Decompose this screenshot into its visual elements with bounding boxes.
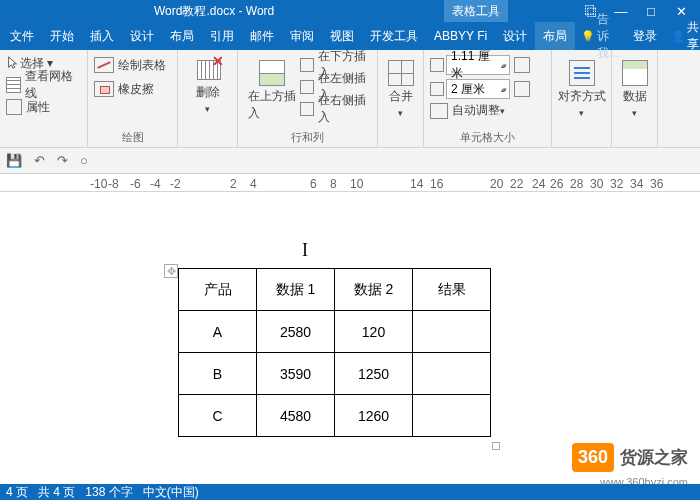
tab-file[interactable]: 文件 xyxy=(2,22,42,50)
alignment-icon xyxy=(569,60,595,86)
maximize-icon[interactable]: □ xyxy=(636,4,666,19)
text-cursor xyxy=(302,240,303,258)
ruler-mark: 2 xyxy=(230,177,237,191)
group-selection: 选择 ▾ 查看网格线 属性 xyxy=(0,50,88,147)
row-height-icon xyxy=(430,58,444,72)
tab-view[interactable]: 视图 xyxy=(322,22,362,50)
ruler-mark: -8 xyxy=(108,177,119,191)
table-cell[interactable]: 1260 xyxy=(335,395,413,437)
qat-more-icon[interactable]: ○ xyxy=(80,153,88,168)
table-cell[interactable] xyxy=(413,311,491,353)
table-cell[interactable]: C xyxy=(179,395,257,437)
ruler-mark: 8 xyxy=(330,177,337,191)
tab-design[interactable]: 设计 xyxy=(122,22,162,50)
chevron-down-icon xyxy=(579,105,584,119)
ribbon: 选择 ▾ 查看网格线 属性 绘制表格 橡皮擦 绘图 删除 在上方插入 在下方插入… xyxy=(0,50,700,148)
watermark-text: 货源之家 xyxy=(620,446,688,469)
col-width-icon xyxy=(430,82,444,96)
table-cell[interactable] xyxy=(413,395,491,437)
insert-left-icon xyxy=(300,80,314,94)
tab-table-design[interactable]: 设计 xyxy=(495,22,535,50)
ruler-mark: 22 xyxy=(510,177,523,191)
draw-table-button[interactable]: 绘制表格 xyxy=(94,54,171,76)
horizontal-ruler[interactable]: -10-8-6-4-22468101416202224262830323436 xyxy=(0,174,700,192)
close-icon[interactable]: ✕ xyxy=(666,4,696,19)
insert-right-button[interactable]: 在右侧插入 xyxy=(300,98,371,120)
view-gridlines-button[interactable]: 查看网格线 xyxy=(6,74,81,96)
insert-below-icon xyxy=(300,58,314,72)
tab-abbyy[interactable]: ABBYY Fi xyxy=(426,22,495,50)
status-total-pages[interactable]: 共 4 页 xyxy=(38,484,75,501)
ruler-mark: -2 xyxy=(170,177,181,191)
table-cell[interactable]: 2580 xyxy=(257,311,335,353)
table-cell[interactable]: 120 xyxy=(335,311,413,353)
table-cell[interactable]: 3590 xyxy=(257,353,335,395)
table-resize-handle[interactable] xyxy=(492,442,500,450)
tab-table-layout[interactable]: 布局 xyxy=(535,22,575,50)
distribute-cols-icon[interactable] xyxy=(514,81,530,97)
table-row: A 2580 120 xyxy=(179,311,491,353)
menu-bar: 文件 开始 插入 设计 布局 引用 邮件 审阅 视图 开发工具 ABBYY Fi… xyxy=(0,22,700,50)
autofit-button[interactable]: 自动调整 xyxy=(430,102,545,119)
group-label-cell-size: 单元格大小 xyxy=(424,130,551,145)
tab-references[interactable]: 引用 xyxy=(202,22,242,50)
merge-icon xyxy=(388,60,414,86)
save-icon[interactable]: 💾 xyxy=(6,153,22,168)
ruler-mark: 32 xyxy=(610,177,623,191)
data-button[interactable]: 数据 xyxy=(611,52,659,119)
table-header-cell[interactable]: 数据 2 xyxy=(335,269,413,311)
group-draw: 绘制表格 橡皮擦 绘图 xyxy=(88,50,178,147)
tab-developer[interactable]: 开发工具 xyxy=(362,22,426,50)
insert-above-button[interactable]: 在上方插入 xyxy=(248,56,296,122)
delete-button[interactable]: 删除 xyxy=(184,52,232,115)
insert-above-icon xyxy=(259,60,285,86)
document-area[interactable]: ✥ 产品 数据 1 数据 2 结果 A 2580 120 B 3590 1250 xyxy=(0,192,700,500)
chevron-down-icon xyxy=(632,105,637,119)
tab-mailings[interactable]: 邮件 xyxy=(242,22,282,50)
group-merge: 合并 xyxy=(378,50,424,147)
table-cell[interactable] xyxy=(413,353,491,395)
table-cell[interactable]: 1250 xyxy=(335,353,413,395)
row-height-input[interactable]: 1.11 厘米 xyxy=(446,55,510,75)
table-row: B 3590 1250 xyxy=(179,353,491,395)
tab-layout[interactable]: 布局 xyxy=(162,22,202,50)
data-icon xyxy=(622,60,648,86)
group-alignment: 对齐方式 xyxy=(552,50,612,147)
watermark-badge: 360 xyxy=(572,443,614,472)
group-delete: 删除 xyxy=(178,50,238,147)
status-page[interactable]: 4 页 xyxy=(6,484,28,501)
col-width-input[interactable]: 2 厘米 xyxy=(446,79,510,99)
table-cell[interactable]: 4580 xyxy=(257,395,335,437)
login-link[interactable]: 登录 xyxy=(625,22,665,50)
table-cell[interactable]: B xyxy=(179,353,257,395)
word-table[interactable]: 产品 数据 1 数据 2 结果 A 2580 120 B 3590 1250 C… xyxy=(178,268,491,437)
table-header-cell[interactable]: 产品 xyxy=(179,269,257,311)
alignment-button[interactable]: 对齐方式 xyxy=(558,52,606,119)
properties-icon xyxy=(6,99,22,115)
undo-icon[interactable]: ↶ xyxy=(34,153,45,168)
table-header-cell[interactable]: 结果 xyxy=(413,269,491,311)
pencil-icon xyxy=(94,57,114,73)
ruler-mark: 10 xyxy=(350,177,363,191)
document-title: Word教程.docx - Word xyxy=(154,3,274,20)
share-button[interactable]: 共享 xyxy=(665,19,700,53)
status-bar: 4 页 共 4 页 138 个字 中文(中国) xyxy=(0,484,700,500)
tab-home[interactable]: 开始 xyxy=(42,22,82,50)
ruler-mark: 16 xyxy=(430,177,443,191)
eraser-button[interactable]: 橡皮擦 xyxy=(94,78,171,100)
table-cell[interactable]: A xyxy=(179,311,257,353)
status-language[interactable]: 中文(中国) xyxy=(143,484,199,501)
status-word-count[interactable]: 138 个字 xyxy=(85,484,132,501)
table-header-cell[interactable]: 数据 1 xyxy=(257,269,335,311)
group-label-draw: 绘图 xyxy=(88,130,177,145)
table-move-handle[interactable]: ✥ xyxy=(164,264,178,278)
distribute-rows-icon[interactable] xyxy=(514,57,530,73)
chevron-down-icon xyxy=(398,105,403,119)
properties-button[interactable]: 属性 xyxy=(6,96,81,118)
ruler-mark: 4 xyxy=(250,177,257,191)
ruler-mark: 24 xyxy=(532,177,545,191)
merge-button[interactable]: 合并 xyxy=(377,52,425,119)
tab-insert[interactable]: 插入 xyxy=(82,22,122,50)
redo-icon[interactable]: ↷ xyxy=(57,153,68,168)
tab-review[interactable]: 审阅 xyxy=(282,22,322,50)
